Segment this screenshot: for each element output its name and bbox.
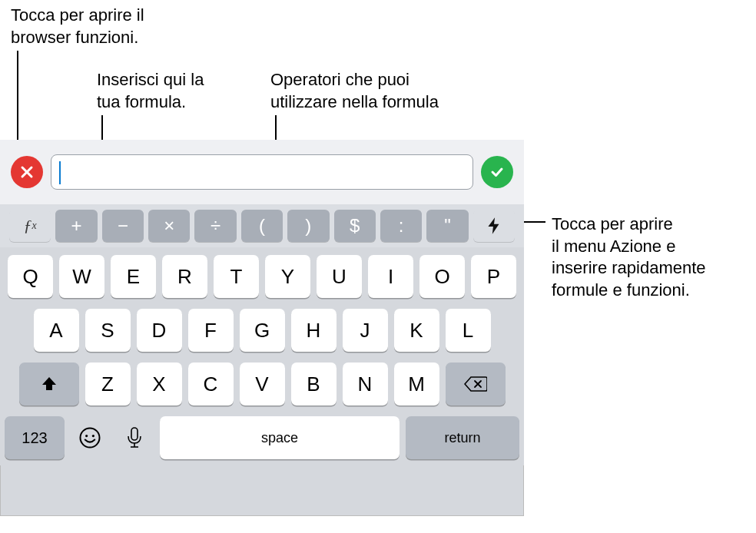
key-f[interactable]: F [188, 309, 234, 352]
key-x[interactable]: X [137, 363, 182, 406]
key-backspace[interactable] [446, 363, 506, 406]
key-return[interactable]: return [406, 416, 519, 459]
microphone-icon [126, 426, 143, 449]
key-numeric[interactable]: 123 [5, 416, 65, 459]
text-cursor [59, 161, 61, 184]
backspace-icon [464, 376, 487, 392]
callout-formula-input: Inserisci qui la tua formula. [97, 69, 204, 113]
key-a[interactable]: A [34, 309, 79, 352]
key-o[interactable]: O [419, 255, 465, 298]
formula-bar [0, 140, 524, 204]
formula-keyboard-panel: ƒx + − × ÷ ( ) $ : " Q W E R T Y U I O P… [0, 140, 524, 516]
operator-dollar[interactable]: $ [334, 210, 376, 242]
key-q[interactable]: Q [8, 255, 53, 298]
key-v[interactable]: V [240, 363, 285, 406]
keyboard-row-1: Q W E R T Y U I O P [5, 255, 519, 298]
operator-paren-open[interactable]: ( [241, 210, 283, 242]
key-l[interactable]: L [446, 309, 491, 352]
svg-point-0 [81, 429, 100, 448]
check-icon [489, 164, 505, 180]
cancel-button[interactable] [11, 156, 43, 188]
key-d[interactable]: D [137, 309, 182, 352]
key-m[interactable]: M [394, 363, 439, 406]
key-space[interactable]: space [160, 416, 400, 459]
operator-paren-close[interactable]: ) [287, 210, 329, 242]
key-r[interactable]: R [162, 255, 207, 298]
key-w[interactable]: W [59, 255, 104, 298]
callout-action-menu: Tocca per aprire il menu Azione e inseri… [552, 214, 706, 301]
key-p[interactable]: P [471, 255, 516, 298]
key-n[interactable]: N [343, 363, 388, 406]
key-j[interactable]: J [343, 309, 388, 352]
formula-input[interactable] [51, 154, 473, 190]
svg-point-1 [85, 435, 88, 437]
keyboard: Q W E R T Y U I O P A S D F G H J K L Z [0, 247, 524, 465]
svg-point-2 [92, 435, 94, 437]
key-i[interactable]: I [368, 255, 413, 298]
operator-minus[interactable]: − [102, 210, 144, 242]
key-t[interactable]: T [214, 255, 259, 298]
key-k[interactable]: K [394, 309, 439, 352]
shift-icon [40, 375, 58, 393]
key-s[interactable]: S [85, 309, 131, 352]
keyboard-row-2: A S D F G H J K L [5, 309, 519, 352]
operator-plus[interactable]: + [55, 210, 97, 242]
confirm-button[interactable] [481, 156, 513, 188]
operator-multiply[interactable]: × [148, 210, 190, 242]
keyboard-row-4: 123 space return [5, 416, 519, 459]
operator-quote[interactable]: " [426, 210, 468, 242]
key-dictation[interactable] [115, 416, 154, 459]
callout-operators: Operatori che puoi utilizzare nella form… [270, 69, 439, 113]
lightning-icon [484, 216, 504, 236]
key-emoji[interactable] [71, 416, 109, 459]
key-h[interactable]: H [291, 309, 337, 352]
emoji-icon [78, 426, 101, 449]
key-shift[interactable] [19, 363, 79, 406]
key-g[interactable]: G [240, 309, 285, 352]
key-y[interactable]: Y [265, 255, 310, 298]
key-e[interactable]: E [111, 255, 156, 298]
close-icon [19, 164, 35, 180]
key-c[interactable]: C [188, 363, 234, 406]
key-z[interactable]: Z [85, 363, 131, 406]
operator-divide[interactable]: ÷ [194, 210, 236, 242]
key-b[interactable]: B [291, 363, 337, 406]
operator-row: ƒx + − × ÷ ( ) $ : " [0, 204, 524, 247]
callout-functions-browser: Tocca per aprire il browser funzioni. [11, 5, 144, 48]
svg-rect-3 [131, 428, 138, 440]
key-u[interactable]: U [317, 255, 362, 298]
functions-browser-button[interactable]: ƒx [9, 210, 51, 242]
action-menu-button[interactable] [473, 210, 515, 242]
keyboard-row-3: Z X C V B N M [5, 363, 519, 406]
operator-colon[interactable]: : [380, 210, 422, 242]
